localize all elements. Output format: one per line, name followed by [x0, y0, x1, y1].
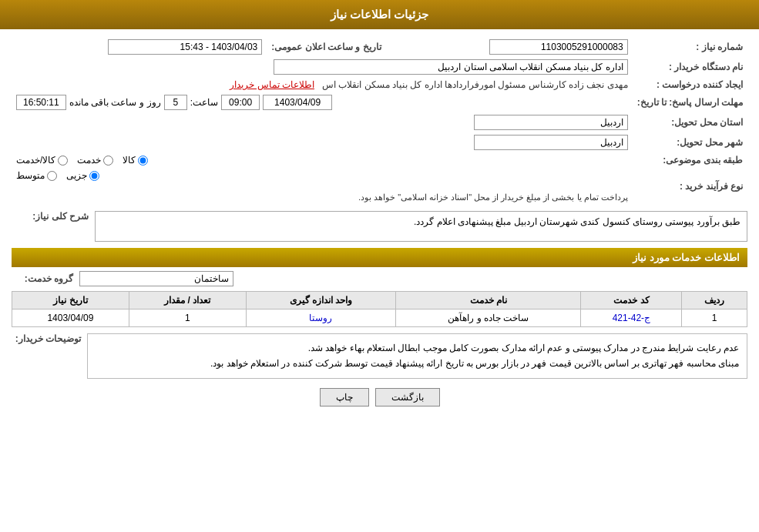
shomara-niaz-input[interactable]	[489, 39, 628, 55]
tarikh-elam-input[interactable]	[108, 39, 262, 55]
saat-label: ساعت:	[190, 97, 218, 108]
grooh-input[interactable]	[79, 271, 233, 286]
grooh-label: گروه خدمت:	[12, 273, 73, 284]
tabaqe-row: طبقه بندی موضوعی: کالا/خدمت خدمت کالا	[12, 152, 747, 168]
dastgah-label: نام دستگاه خریدار :	[633, 57, 747, 77]
sharh-section: شرح کلی نیاز: طبق برآورد پیوستی روستای ک…	[12, 211, 747, 242]
cell-tarikh: 1403/04/09	[12, 309, 129, 327]
tarikh-row: مهلت ارسال پاسخ: تا تاریخ: 16:50:11 ساعت…	[12, 92, 747, 112]
sharh-label: شرح کلی نیاز:	[12, 211, 89, 222]
header-row: ردیف کد خدمت نام خدمت واحد اندازه گیری ت…	[12, 292, 747, 309]
info-table: شماره نیاز : تاریخ و ساعت اعلان عمومی: ن…	[12, 37, 747, 205]
saat-value: 09:00	[221, 95, 260, 110]
shomara-row: شماره نیاز : تاریخ و ساعت اعلان عمومی:	[12, 37, 747, 57]
buyer-desc-section: توضیحات خریدار: عدم رعایت شرایط مندرج در…	[12, 333, 747, 379]
col-radif: ردیف	[682, 292, 747, 309]
tarikh-value-cell: 16:50:11 ساعت باقی مانده روز و 5 ساعت: 0…	[12, 92, 633, 112]
content-area: شماره نیاز : تاریخ و ساعت اعلان عمومی: ن…	[0, 29, 759, 423]
buyer-desc-line2: مبنای محاسبه فهر تهاتری بر اساس بالاترین…	[96, 356, 739, 371]
cell-vahed: روستا	[246, 309, 395, 327]
shomara-niaz-label: شماره نیاز :	[633, 37, 747, 57]
tabaqe-label: طبقه بندی موضوعی:	[633, 152, 747, 168]
mande-label: ساعت باقی مانده	[69, 97, 137, 108]
shahr-label: شهر محل تحویل:	[633, 132, 747, 152]
ijad-row: ایجاد کننده درخواست : مهدی نجف زاده کارش…	[12, 77, 747, 92]
page-title: جزئیات اطلاعات نیاز	[331, 8, 428, 21]
radio-motavasset-input[interactable]	[47, 171, 57, 181]
sharh-value: طبق برآورد پیوستی روستای کنسول کندی شهرس…	[414, 216, 741, 227]
radio-jozi: جزیی	[66, 170, 99, 181]
cell-nam: ساخت جاده و راهآهن	[396, 309, 581, 327]
kala-khedmat-label: کالا/خدمت	[16, 155, 55, 166]
dastgah-input[interactable]	[274, 59, 628, 75]
contact-link[interactable]: اطلاعات تماس خریدار	[230, 79, 314, 90]
khedmat-label-radio: خدمت	[77, 155, 101, 166]
page-header: جزئیات اطلاعات نیاز	[0, 0, 759, 29]
radio-khedmat: خدمت	[77, 155, 113, 166]
table-header: ردیف کد خدمت نام خدمت واحد اندازه گیری ت…	[12, 292, 747, 309]
sharh-box: طبق برآورد پیوستی روستای کنسول کندی شهرس…	[95, 211, 747, 242]
radio-kala-khedmat: کالا/خدمت	[16, 155, 68, 166]
ruz-value: 5	[164, 95, 187, 110]
buyer-desc-box: عدم رعایت شرایط مندرج در مدارک پیوستی و …	[87, 333, 747, 379]
mande-value: 16:50:11	[16, 95, 66, 110]
farayand-label: نوع فرآیند خرید :	[633, 168, 747, 205]
col-code: کد خدمت	[581, 292, 682, 309]
page-wrapper: جزئیات اطلاعات نیاز شماره نیاز : تاریخ و…	[0, 0, 759, 532]
radio-kala-khedmat-input[interactable]	[58, 156, 68, 166]
tabaqe-radio-group: کالا/خدمت خدمت کالا	[16, 155, 628, 166]
col-nam: نام خدمت	[396, 292, 581, 309]
tarikh-elam-label: تاریخ و ساعت اعلان عمومی:	[267, 37, 385, 57]
footer-buttons: بازگشت چاپ	[12, 379, 747, 416]
shahr-input[interactable]	[474, 135, 628, 150]
back-button[interactable]: بازگشت	[375, 388, 440, 407]
tarikh-input-value: 1403/04/09	[263, 95, 332, 110]
tarikh-label: مهلت ارسال پاسخ: تا تاریخ:	[633, 92, 747, 112]
shomara-niaz-value	[401, 37, 633, 57]
col-tarikh: تاریخ نیاز	[12, 292, 129, 309]
ostan-value	[12, 112, 633, 132]
radio-kala-input[interactable]	[138, 156, 148, 166]
ostan-input[interactable]	[474, 115, 628, 130]
radio-motavasset: متوسط	[16, 170, 57, 181]
radio-jozi-input[interactable]	[89, 171, 99, 181]
shahr-value	[12, 132, 633, 152]
farayand-row: نوع فرآیند خرید : متوسط جزیی پرداخت تم	[12, 168, 747, 205]
col-tedad: تعداد / مقدار	[129, 292, 246, 309]
cell-code: ج-42-421	[581, 309, 682, 327]
cell-radif: 1	[682, 309, 747, 327]
ostan-label: استان محل تحویل:	[633, 112, 747, 132]
time-row: 16:50:11 ساعت باقی مانده روز و 5 ساعت: 0…	[16, 95, 628, 110]
tabaqe-radios: کالا/خدمت خدمت کالا	[12, 152, 633, 168]
table-row: 1 ج-42-421 ساخت جاده و راهآهن روستا 1 14…	[12, 309, 747, 327]
kala-label-radio: کالا	[123, 155, 136, 166]
dastgah-value	[12, 57, 633, 77]
motavasset-label: متوسط	[16, 170, 45, 181]
services-table: ردیف کد خدمت نام خدمت واحد اندازه گیری ت…	[12, 291, 747, 327]
ijad-text: مهدی نجف زاده کارشناس مسئول امورفرارداده…	[322, 79, 628, 90]
table-body: 1 ج-42-421 ساخت جاده و راهآهن روستا 1 14…	[12, 309, 747, 327]
col-vahed: واحد اندازه گیری	[246, 292, 395, 309]
radio-kala: کالا	[123, 155, 148, 166]
radio-khedmat-input[interactable]	[103, 156, 113, 166]
ijad-value: مهدی نجف زاده کارشناس مسئول امورفرارداده…	[12, 77, 633, 92]
jozi-label: جزیی	[66, 170, 87, 181]
shahr-row: شهر محل تحویل:	[12, 132, 747, 152]
buyer-desc-line1: عدم رعایت شرایط مندرج در مدارک پیوستی و …	[96, 340, 739, 356]
dastgah-row: نام دستگاه خریدار :	[12, 57, 747, 77]
grooh-row: گروه خدمت:	[12, 271, 747, 286]
cell-tedad: 1	[129, 309, 246, 327]
ostan-row: استان محل تحویل:	[12, 112, 747, 132]
khedamat-header: اطلاعات خدمات مورد نیاز	[12, 248, 747, 267]
ruz-label: روز و	[139, 97, 160, 108]
ijad-label: ایجاد کننده درخواست :	[633, 77, 747, 92]
print-button[interactable]: چاپ	[320, 388, 369, 407]
pardakht-text: پرداخت تمام یا بخشی از مبلغ خریدار از مح…	[358, 192, 628, 202]
farayand-radio-group: متوسط جزیی	[16, 170, 628, 181]
buyer-desc-label: توضیحات خریدار:	[12, 333, 81, 344]
farayand-value: متوسط جزیی پرداخت تمام یا بخشی از مبلغ خ…	[12, 168, 633, 205]
tarikh-elam-value	[12, 37, 267, 57]
